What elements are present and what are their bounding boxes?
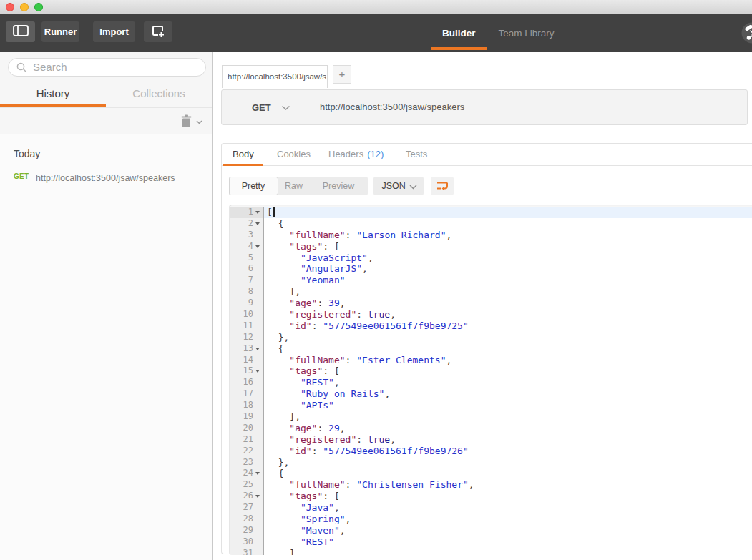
trash-icon[interactable] <box>181 114 192 127</box>
code-line[interactable]: 18 "APIs" <box>230 400 752 411</box>
fold-arrow-icon[interactable] <box>253 218 263 230</box>
code-line[interactable]: 13 { <box>230 343 752 355</box>
fold-arrow-icon[interactable] <box>253 207 263 218</box>
response-body-editor[interactable]: 1[2 {3 "fullName": "Larson Richard",4 "t… <box>229 205 752 555</box>
fold-arrow-icon[interactable] <box>253 491 263 502</box>
import-button[interactable]: Import <box>93 21 135 42</box>
sync-satellite-icon[interactable] <box>741 22 752 44</box>
request-url-input[interactable]: http://localhost:3500/jsaw/speakers <box>320 90 464 124</box>
code-line[interactable]: 29 "Maven", <box>230 525 752 536</box>
code-line[interactable]: 20 "age": 29, <box>230 423 752 434</box>
line-number: 26 <box>230 491 253 502</box>
response-format-dropdown[interactable]: JSON <box>373 177 424 195</box>
response-tab-tests[interactable]: Tests <box>406 144 427 166</box>
indent-guide <box>288 525 288 536</box>
runner-button[interactable]: Runner <box>41 21 79 42</box>
line-number-gutter: 31 <box>230 548 264 555</box>
fold-arrow-icon[interactable] <box>253 241 263 252</box>
code-line[interactable]: 28 "Spring", <box>230 514 752 525</box>
code-line-text: "REST", <box>264 377 752 388</box>
view-mode-raw-label: Raw <box>285 181 303 191</box>
line-number: 18 <box>230 400 253 411</box>
code-line[interactable]: 23 }, <box>230 457 752 468</box>
response-tabs: Body Cookies Headers(12) Tests <box>222 144 752 166</box>
line-number-gutter: 24 <box>230 468 264 479</box>
code-line[interactable]: 8 ], <box>230 286 752 298</box>
fold-gutter-space <box>253 514 263 525</box>
code-line[interactable]: 14 "fullName": "Ester Clements", <box>230 355 752 366</box>
new-request-tab-button[interactable]: + <box>333 65 351 84</box>
method-dropdown[interactable]: GET <box>222 90 308 124</box>
code-line[interactable]: 27 "Java", <box>230 502 752 514</box>
response-tab-cookies[interactable]: Cookies <box>277 144 311 166</box>
code-line-text: "id": "577549ee061561f7f9be9725" <box>264 320 752 332</box>
fold-arrow-icon[interactable] <box>253 365 263 377</box>
line-number: 7 <box>230 275 253 286</box>
code-line[interactable]: 15 "tags": [ <box>230 365 752 377</box>
code-line-text: "AngularJS", <box>264 263 752 275</box>
code-line[interactable]: 25 "fullName": "Christensen Fisher", <box>230 479 752 491</box>
trash-options-chevron-icon[interactable] <box>196 120 202 124</box>
response-tab-cookies-label: Cookies <box>277 149 311 159</box>
tab-collections[interactable]: Collections <box>106 79 212 108</box>
code-line[interactable]: 21 "registered": true, <box>230 434 752 446</box>
code-line[interactable]: 26 "tags": [ <box>230 491 752 502</box>
tab-history[interactable]: History <box>0 79 106 108</box>
sidebar-toggle-button[interactable] <box>6 21 35 42</box>
code-line[interactable]: 10 "registered": true, <box>230 309 752 320</box>
postman-window: Runner Import Builder Team Library <box>0 0 752 560</box>
code-line[interactable]: 24 { <box>230 468 752 479</box>
zoom-window-button[interactable] <box>34 3 43 11</box>
code-line-text: "APIs" <box>264 400 752 411</box>
code-line-text: "REST" <box>264 536 752 548</box>
code-line[interactable]: 7 "Yeoman" <box>230 275 752 286</box>
code-line[interactable]: 5 "JavaScript", <box>230 252 752 264</box>
fold-gutter-space <box>253 298 263 309</box>
code-line[interactable]: 1[ <box>230 207 752 218</box>
code-line[interactable]: 22 "id": "577549ee061561f7f9be9726" <box>230 446 752 457</box>
tab-builder[interactable]: Builder <box>431 14 487 52</box>
line-number: 29 <box>230 525 253 536</box>
fold-arrow-icon[interactable] <box>253 468 263 479</box>
line-number-gutter: 28 <box>230 514 264 525</box>
code-line[interactable]: 3 "fullName": "Larson Richard", <box>230 230 752 241</box>
search-input[interactable]: Search <box>8 58 206 77</box>
code-line[interactable]: 11 "id": "577549ee061561f7f9be9725" <box>230 320 752 332</box>
tab-team-library[interactable]: Team Library <box>487 14 566 52</box>
response-tab-body[interactable]: Body <box>233 144 254 166</box>
code-line[interactable]: 16 "REST", <box>230 377 752 388</box>
code-line-text: "JavaScript", <box>264 252 752 264</box>
view-mode-raw[interactable]: Raw <box>278 177 310 195</box>
code-line-text: "registered": true, <box>264 434 752 446</box>
code-line[interactable]: 30 "REST" <box>230 536 752 548</box>
code-line[interactable]: 9 "age": 39, <box>230 298 752 309</box>
wrap-text-button[interactable] <box>431 177 454 195</box>
code-line[interactable]: 2 { <box>230 218 752 230</box>
line-number-gutter: 5 <box>230 252 264 264</box>
code-line-text: }, <box>264 457 752 468</box>
code-line[interactable]: 17 "Ruby on Rails", <box>230 388 752 400</box>
tab-team-library-label: Team Library <box>499 28 555 39</box>
view-mode-pretty[interactable]: Pretty <box>229 177 278 195</box>
minimize-window-button[interactable] <box>20 3 29 11</box>
request-tab[interactable]: http://localhost:3500/jsaw/s <box>222 65 328 88</box>
code-line-text: "Spring", <box>264 514 752 525</box>
code-line[interactable]: 19 ], <box>230 411 752 423</box>
tab-history-label: History <box>36 87 70 99</box>
response-tab-headers[interactable]: Headers(12) <box>328 144 384 166</box>
line-number: 15 <box>230 365 253 377</box>
code-line-text: ], <box>264 286 752 298</box>
line-number-gutter: 21 <box>230 434 264 446</box>
code-line[interactable]: 6 "AngularJS", <box>230 263 752 275</box>
line-number: 17 <box>230 388 253 400</box>
code-line[interactable]: 31 ], <box>230 548 752 555</box>
request-url-panel: GET http://localhost:3500/jsaw/speakers <box>221 89 748 125</box>
code-line[interactable]: 12 }, <box>230 332 752 343</box>
view-mode-preview[interactable]: Preview <box>310 177 368 195</box>
history-item[interactable]: GET http://localhost:3500/jsaw/speakers <box>0 161 212 195</box>
fold-arrow-icon[interactable] <box>253 343 263 355</box>
close-window-button[interactable] <box>6 3 14 11</box>
new-window-button[interactable] <box>144 21 172 42</box>
response-format-label: JSON <box>382 177 406 195</box>
code-line[interactable]: 4 "tags": [ <box>230 241 752 252</box>
